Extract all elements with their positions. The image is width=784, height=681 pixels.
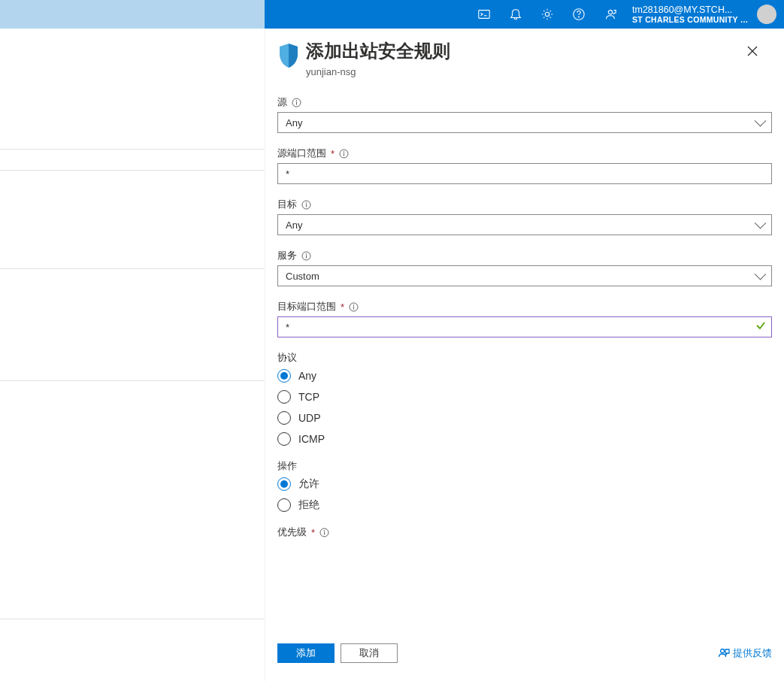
panel-subtitle: yunjian-nsg [306,66,450,77]
search-region[interactable] [0,0,265,29]
protocol-tcp-label: TCP [298,391,319,403]
svg-rect-0 [479,11,489,19]
label-priority: 优先级 [277,525,307,539]
svg-point-18 [353,304,355,306]
shield-icon [277,42,300,69]
help-icon[interactable] [563,0,595,29]
action-allow-label: 允许 [298,477,319,491]
svg-point-1 [545,12,549,16]
svg-rect-19 [353,306,354,309]
svg-rect-10 [344,153,344,156]
info-icon[interactable] [319,528,329,537]
label-service: 服务 [277,249,297,262]
required-asterisk: * [311,527,315,538]
protocol-option-udp[interactable]: UDP [277,411,772,425]
field-source: 源 Any [277,95,772,133]
feedback-link[interactable]: 提供反馈 [718,646,772,660]
settings-gear-icon[interactable] [531,0,563,29]
protocol-icmp-label: ICMP [298,433,325,445]
svg-point-6 [296,100,298,101]
info-icon[interactable] [292,98,301,107]
label-source-port-ranges: 源端口范围 [277,147,326,160]
panel-header: 添加出站安全规则 yunjian-nsg [265,29,784,83]
svg-point-21 [324,530,325,531]
info-icon[interactable] [301,200,311,210]
field-priority: 优先级 * [277,525,772,539]
action-radio-group: 允许 拒绝 [277,477,772,512]
service-value: Custom [286,271,319,282]
info-icon[interactable] [339,149,349,159]
field-action: 操作 允许 拒绝 [277,459,772,512]
source-port-ranges-input[interactable] [277,163,772,184]
svg-point-9 [344,151,345,153]
notifications-icon[interactable] [500,0,531,29]
user-account-menu[interactable]: tm281860@MY.STCH... ST CHARLES COMMUNITY… [626,5,784,24]
svg-rect-16 [306,255,307,258]
user-email: tm281860@MY.STCH... [632,5,751,15]
add-outbound-rule-panel: 添加出站安全规则 yunjian-nsg 源 Any 源端口范围 * [265,29,784,681]
field-service: 服务 Custom [277,249,772,286]
svg-rect-13 [306,204,307,207]
field-destination: 目标 Any [277,198,772,235]
protocol-any-label: Any [298,370,316,382]
destination-dropdown[interactable]: Any [277,214,772,235]
svg-point-3 [579,17,580,17]
protocol-option-any[interactable]: Any [277,369,772,383]
top-bar: tm281860@MY.STCH... ST CHARLES COMMUNITY… [0,0,784,29]
action-option-deny[interactable]: 拒绝 [277,498,772,512]
service-dropdown[interactable]: Custom [277,265,772,286]
source-dropdown[interactable]: Any [277,112,772,133]
svg-point-23 [721,649,725,653]
add-button[interactable]: 添加 [277,643,334,663]
avatar [757,5,776,24]
required-asterisk: * [331,148,334,159]
cloud-shell-icon[interactable] [468,0,500,29]
label-dest-port-ranges: 目标端口范围 [277,300,336,313]
field-dest-port-ranges: 目标端口范围 * [277,300,772,337]
panel-footer: 添加 取消 提供反馈 [265,634,784,681]
info-icon[interactable] [301,251,311,261]
source-value: Any [286,117,302,129]
close-button[interactable] [740,39,764,63]
action-deny-label: 拒绝 [298,498,319,512]
user-org: ST CHARLES COMMUNITY C... [632,15,751,24]
svg-point-12 [306,202,307,204]
label-action: 操作 [277,459,772,473]
protocol-option-tcp[interactable]: TCP [277,390,772,404]
action-option-allow[interactable]: 允许 [277,477,772,491]
svg-point-4 [608,11,612,14]
svg-rect-22 [324,531,325,534]
protocol-option-icmp[interactable]: ICMP [277,432,772,446]
protocol-udp-label: UDP [298,412,321,424]
label-destination: 目标 [277,198,297,211]
feedback-label: 提供反馈 [733,646,772,660]
field-source-port-ranges: 源端口范围 * [277,147,772,184]
field-protocol: 协议 Any TCP UDP ICMP [277,351,772,446]
info-icon[interactable] [349,302,359,312]
cancel-button[interactable]: 取消 [341,643,398,663]
label-source: 源 [277,95,287,109]
panel-title: 添加出站安全规则 [306,39,450,63]
svg-point-15 [306,253,307,255]
required-asterisk: * [341,301,344,313]
dest-port-ranges-input[interactable] [277,316,772,337]
protocol-radio-group: Any TCP UDP ICMP [277,369,772,446]
label-protocol: 协议 [277,351,772,365]
validation-check-icon [755,320,766,334]
svg-rect-7 [296,101,297,104]
panel-body: 源 Any 源端口范围 * 目标 [265,83,784,634]
destination-value: Any [286,219,302,231]
background-list [0,29,265,619]
feedback-person-icon[interactable] [595,0,626,29]
